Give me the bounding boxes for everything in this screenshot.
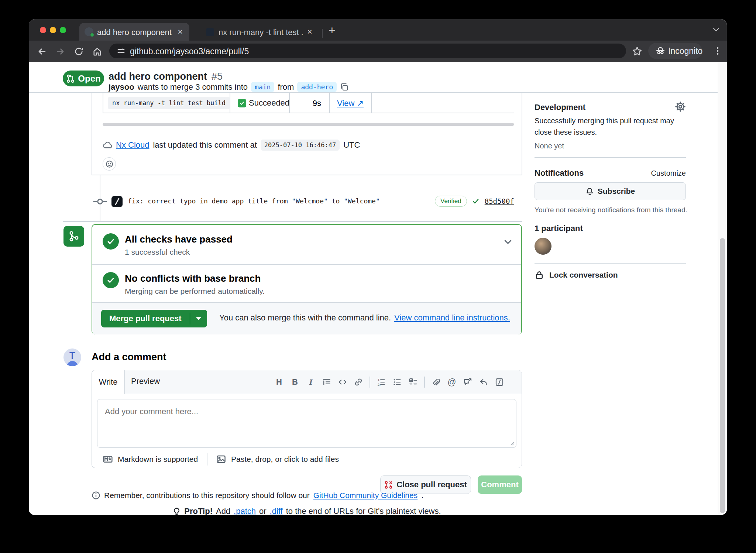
address-bar[interactable]: github.com/jaysoo3/acme/pull/5 — [109, 44, 626, 58]
mention-icon[interactable]: @ — [447, 377, 457, 387]
cross-reference-icon[interactable] — [463, 377, 472, 387]
comment-input[interactable] — [97, 399, 516, 448]
checks-passed-icon — [103, 233, 119, 250]
verified-badge[interactable]: Verified — [435, 196, 467, 207]
check-status: Succeeded — [249, 98, 289, 108]
close-pr-label: Close pull request — [396, 480, 467, 490]
new-tab-button[interactable]: + — [329, 24, 336, 36]
tab-nx-run[interactable]: nx run-many -t lint test ... fron × — [202, 23, 320, 41]
home-button[interactable] — [92, 47, 102, 56]
site-settings-icon[interactable] — [117, 47, 126, 55]
copy-icon[interactable] — [340, 83, 348, 91]
close-tab-icon[interactable]: × — [307, 27, 312, 36]
period: . — [421, 491, 423, 500]
comment-form-header: Write Preview H B I 1.2. @ — [92, 370, 522, 394]
protip-label: ProTip! — [184, 506, 213, 515]
toolbar-divider — [424, 377, 425, 388]
checks-passed-sub: 1 successful check — [125, 248, 190, 257]
merge-pull-request-button[interactable]: Merge pull request — [101, 310, 207, 327]
chevron-down-icon[interactable] — [503, 237, 513, 247]
svg-text:1.: 1. — [378, 378, 381, 382]
close-window-button[interactable] — [40, 27, 46, 33]
markdown-hint[interactable]: Markdown is supported — [118, 455, 198, 464]
patch-link[interactable]: .patch — [234, 506, 256, 515]
pr-author[interactable]: jaysoo — [109, 82, 134, 92]
no-conflicts-sub: Merging can be performed automatically. — [125, 287, 265, 296]
bookmark-star-icon[interactable] — [632, 46, 642, 56]
base-branch-chip[interactable]: main — [251, 82, 274, 92]
reply-icon[interactable] — [479, 377, 488, 387]
development-none: None yet — [535, 142, 564, 150]
timeline-end-divider — [63, 221, 522, 222]
bullet-list-icon[interactable] — [392, 377, 402, 387]
check-command: nx run-many -t lint test build — [108, 97, 230, 109]
attach-file-icon[interactable] — [431, 377, 441, 387]
commit-message-link[interactable]: fix: correct typo in demo app title from… — [128, 197, 380, 205]
development-heading: Development — [535, 103, 585, 112]
pr-state-label: Open — [78, 73, 100, 84]
head-branch-chip[interactable]: add-hero — [297, 82, 337, 92]
tab-pull-request[interactable]: add hero component by jayso × — [79, 23, 189, 41]
subscribe-button[interactable]: Subscribe — [535, 182, 686, 200]
heading-icon[interactable]: H — [274, 377, 284, 387]
customize-link[interactable]: Customize — [612, 169, 686, 178]
merge-options-caret[interactable] — [190, 310, 207, 327]
incognito-label: Incognito — [668, 46, 702, 56]
paste-hint[interactable]: Paste, drop, or click to add files — [231, 455, 339, 464]
tab-separator — [322, 29, 323, 38]
slash-command-icon[interactable] — [495, 377, 504, 387]
commit-author-avatar[interactable] — [111, 196, 123, 207]
minimize-window-button[interactable] — [50, 27, 56, 33]
cli-instructions-link[interactable]: View command line instructions. — [394, 313, 510, 323]
info-icon — [92, 491, 100, 500]
subscribe-label: Subscribe — [598, 187, 635, 196]
forward-button[interactable] — [55, 47, 65, 56]
notifications-note: You're not receiving notifications from … — [535, 206, 687, 214]
tab-write[interactable]: Write — [92, 370, 125, 394]
add-reaction-button[interactable] — [103, 157, 116, 171]
scrollbar-thumb[interactable] — [720, 238, 725, 513]
markdown-icon — [103, 454, 113, 464]
back-button[interactable] — [37, 47, 47, 56]
quote-icon[interactable] — [322, 377, 331, 387]
cli-merge-text: You can also merge this with the command… — [219, 313, 391, 323]
incognito-badge: Incognito — [648, 43, 702, 59]
toolbar-divider — [370, 377, 370, 388]
bold-icon[interactable]: B — [290, 377, 300, 387]
git-merge-icon — [68, 231, 79, 242]
horizontal-scrollbar[interactable] — [103, 123, 514, 126]
tab-search-chevron-icon[interactable] — [712, 25, 721, 34]
resize-handle-icon[interactable] — [508, 440, 515, 446]
participant-avatar[interactable] — [535, 238, 551, 255]
reload-button[interactable] — [74, 47, 84, 56]
merge-box: All checks have passed 1 successful chec… — [92, 224, 522, 334]
diff-link[interactable]: .diff — [270, 506, 283, 515]
commit-sha-link[interactable]: 85d500f — [485, 197, 514, 205]
nx-timestamp: 2025-07-10 16:46:47 — [261, 140, 340, 151]
menu-dots-icon[interactable] — [712, 46, 723, 56]
nx-cloud-link[interactable]: Nx Cloud — [116, 140, 149, 150]
code-icon[interactable] — [338, 377, 347, 387]
link-icon[interactable] — [354, 377, 363, 387]
check-view-link[interactable]: View ↗ — [335, 99, 365, 108]
lock-label: Lock conversation — [549, 271, 618, 279]
gear-icon[interactable] — [675, 101, 686, 112]
close-tab-icon[interactable]: × — [178, 27, 183, 36]
sidebar-divider — [535, 263, 686, 264]
comment-border-bottom — [92, 175, 522, 175]
user-avatar[interactable]: T — [63, 348, 81, 366]
comment-submit-button[interactable]: Comment — [478, 475, 522, 494]
maximize-window-button[interactable] — [60, 27, 66, 33]
development-text: Successfully merging this pull request m… — [535, 115, 690, 138]
lightbulb-icon — [172, 507, 181, 515]
tab-preview[interactable]: Preview — [131, 377, 160, 386]
pr-number: #5 — [212, 71, 223, 82]
numbered-list-icon[interactable]: 1.2. — [377, 377, 386, 387]
commit-node-icon — [93, 195, 107, 208]
lock-conversation-button[interactable]: Lock conversation — [535, 270, 618, 280]
italic-icon[interactable]: I — [306, 377, 316, 387]
task-list-icon[interactable] — [408, 377, 418, 387]
guidelines-link[interactable]: GitHub Community Guidelines — [313, 491, 417, 500]
nx-updated-text: last updated this comment at — [153, 140, 257, 150]
write-tab-label: Write — [99, 377, 118, 387]
